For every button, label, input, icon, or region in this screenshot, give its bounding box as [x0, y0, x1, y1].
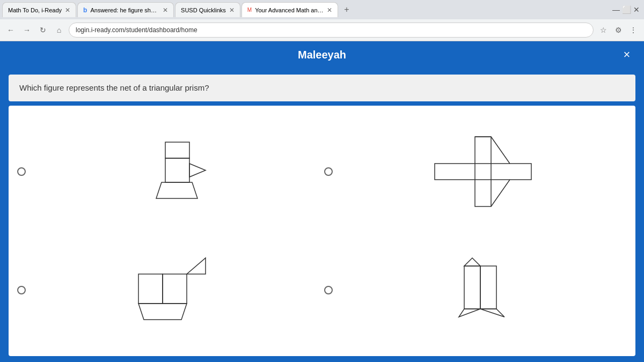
tab-3-title: SUSD Quicklinks	[181, 7, 226, 13]
radio-d[interactable]	[324, 286, 333, 294]
svg-marker-14	[464, 258, 480, 266]
tab-1[interactable]: Math To Do, i-Ready ✕	[2, 2, 76, 17]
bookmark-button[interactable]: ☆	[597, 24, 610, 36]
svg-marker-11	[138, 304, 187, 320]
answer-option-b[interactable]	[324, 114, 627, 229]
svg-marker-10	[187, 258, 206, 274]
svg-rect-0	[165, 142, 189, 158]
new-tab-button[interactable]: +	[339, 2, 354, 17]
answer-option-a[interactable]	[17, 114, 320, 229]
answer-option-d[interactable]	[324, 233, 627, 348]
svg-marker-3	[156, 182, 197, 198]
tab-3-close[interactable]: ✕	[229, 6, 235, 14]
figure-b	[339, 134, 627, 209]
minimize-button[interactable]: —	[612, 5, 620, 14]
svg-rect-12	[464, 266, 480, 309]
tab-4-close[interactable]: ✕	[327, 6, 332, 14]
back-button[interactable]: ←	[4, 24, 17, 36]
browser-chrome: Math To Do, i-Ready ✕ b Answered: he fig…	[0, 0, 644, 41]
close-browser-button[interactable]: ✕	[633, 5, 640, 14]
figure-d	[339, 253, 627, 328]
svg-rect-4	[435, 164, 531, 180]
svg-marker-15	[459, 309, 480, 317]
tab-1-title: Math To Do, i-Ready	[8, 7, 62, 13]
tab-3[interactable]: SUSD Quicklinks ✕	[175, 2, 240, 17]
app-header: Maleeyah ×	[0, 41, 644, 68]
tab-2-close[interactable]: ✕	[163, 6, 168, 14]
svg-line-7	[491, 180, 510, 206]
svg-rect-13	[480, 266, 496, 309]
tab-4[interactable]: M Your Advanced Math answer is ✕	[241, 2, 338, 17]
svg-marker-16	[480, 309, 504, 317]
svg-rect-1	[165, 158, 189, 182]
question-text: Which figure represents the net of a tri…	[19, 83, 209, 92]
app-title: Maleeyah	[298, 49, 346, 61]
restore-button[interactable]: ⬜	[622, 5, 631, 14]
svg-rect-8	[138, 274, 163, 304]
answers-grid	[9, 106, 635, 356]
refresh-button[interactable]: ↻	[36, 24, 49, 36]
tab-4-title: Your Advanced Math answer is	[255, 7, 324, 13]
question-box: Which figure represents the net of a tri…	[9, 75, 635, 101]
app-close-button[interactable]: ×	[618, 46, 635, 63]
forward-button[interactable]: →	[20, 24, 33, 36]
svg-marker-2	[189, 164, 206, 177]
tab-2[interactable]: b Answered: he figure shows the n ✕	[77, 2, 174, 17]
answer-option-c[interactable]	[17, 233, 320, 348]
radio-c[interactable]	[17, 286, 26, 294]
extension-button[interactable]: ⚙	[612, 24, 625, 36]
address-input[interactable]	[69, 23, 594, 38]
radio-a[interactable]	[17, 167, 26, 176]
radio-b[interactable]	[324, 167, 333, 176]
tab-bar: Math To Do, i-Ready ✕ b Answered: he fig…	[0, 0, 644, 19]
figure-c	[32, 253, 320, 328]
figure-a	[32, 134, 320, 209]
svg-rect-9	[163, 274, 187, 304]
app-content: Which figure represents the net of a tri…	[0, 68, 644, 362]
tab-4-icon: M	[247, 7, 252, 13]
svg-line-6	[491, 137, 510, 164]
app-container: Maleeyah × Which figure represents the n…	[0, 41, 644, 362]
browser-actions: ☆ ⚙ ⋮	[597, 24, 640, 36]
home-button[interactable]: ⌂	[53, 24, 65, 36]
menu-button[interactable]: ⋮	[627, 24, 640, 36]
tab-2-icon: b	[83, 6, 87, 14]
address-bar: ← → ↻ ⌂ ☆ ⚙ ⋮	[0, 19, 644, 41]
tab-1-close[interactable]: ✕	[65, 6, 70, 14]
tab-2-title: Answered: he figure shows the n	[90, 7, 159, 13]
svg-rect-5	[475, 137, 491, 206]
